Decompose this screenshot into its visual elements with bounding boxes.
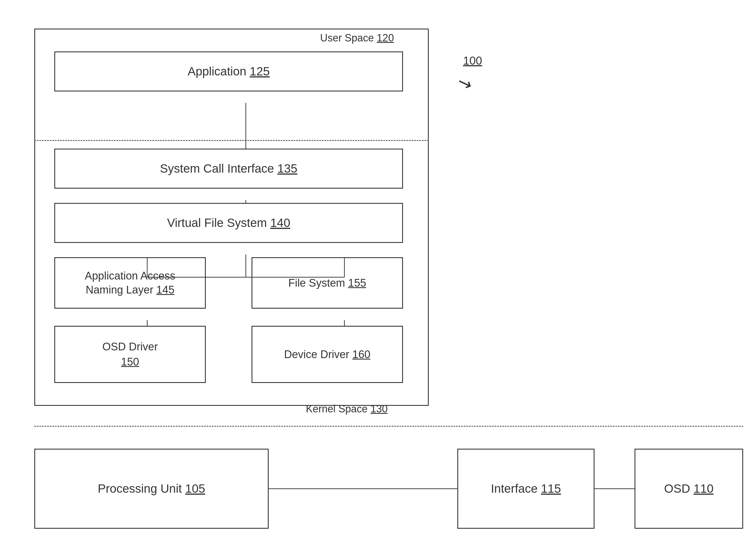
ref-100-label: 100 bbox=[463, 54, 482, 67]
diagram-container: User Space 120 Application 125 System Ca… bbox=[17, 17, 739, 526]
dashed-separator bbox=[34, 140, 429, 141]
device-driver-label: Device Driver 160 bbox=[284, 348, 370, 361]
aanl-box: Application AccessNaming Layer 145 bbox=[54, 257, 206, 309]
osd-driver-box: OSD Driver150 bbox=[54, 326, 206, 383]
vfs-label: Virtual File System 140 bbox=[167, 216, 290, 230]
osd-box: OSD 110 bbox=[635, 449, 743, 529]
sci-box: System Call Interface 135 bbox=[54, 149, 403, 189]
kernel-space-label: Kernel Space 130 bbox=[306, 403, 388, 415]
interface-box: Interface 115 bbox=[457, 449, 595, 529]
file-system-box: File System 155 bbox=[252, 257, 403, 309]
device-driver-box: Device Driver 160 bbox=[252, 326, 403, 383]
vfs-box: Virtual File System 140 bbox=[54, 203, 403, 243]
processing-unit-box: Processing Unit 105 bbox=[34, 449, 269, 529]
osd-label: OSD 110 bbox=[664, 482, 714, 496]
sci-label: System Call Interface 135 bbox=[160, 162, 298, 175]
processing-unit-label: Processing Unit 105 bbox=[98, 482, 205, 496]
osd-driver-label: OSD Driver150 bbox=[102, 339, 158, 370]
application-box: Application 125 bbox=[54, 51, 403, 91]
aanl-label: Application AccessNaming Layer 145 bbox=[85, 269, 175, 297]
arrow-100-icon: ↙ bbox=[454, 71, 475, 95]
interface-label: Interface 115 bbox=[491, 482, 561, 496]
file-system-label: File System 155 bbox=[288, 277, 366, 289]
application-label: Application 125 bbox=[187, 65, 270, 78]
user-space-label: User Space 120 bbox=[320, 32, 394, 44]
bottom-dashed-separator bbox=[34, 426, 743, 427]
